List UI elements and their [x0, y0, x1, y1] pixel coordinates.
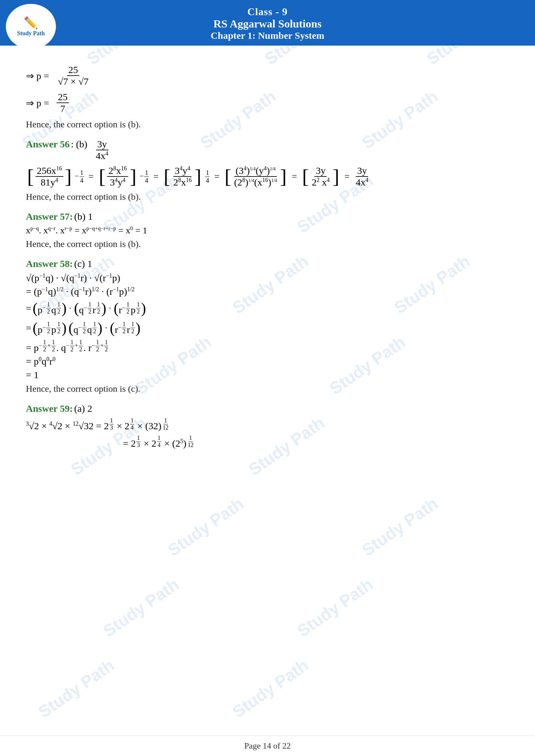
ans58-step6: = p0q0r0 [26, 356, 509, 367]
header-book: RS Aggarwal Solutions [3, 18, 532, 30]
watermark: Study Path [294, 575, 377, 641]
answer-57-option: (b) 1 [74, 211, 93, 222]
answer-59-label: Answer 59: [26, 403, 73, 414]
ans59-step2: = 213 × 214 × (25)112 [26, 435, 509, 449]
ans58-step4: = ( p−12p12 ) ( q−12q12 ) · ( r−12r12 ) [26, 319, 509, 337]
step-p-frac2: ⇒ p = 25 7 [26, 92, 509, 114]
logo: ✏️ Study Path [6, 4, 56, 49]
ans58-step7: = 1 [26, 369, 509, 380]
conclusion-56: Hence, the correct option is (b). [26, 192, 509, 202]
page-header: ✏️ Study Path Class - 9 RS Aggarwal Solu… [0, 0, 535, 45]
conclusion-55: Hence, the correct option is (b). [26, 119, 509, 130]
answer-57-section: Answer 57: (b) 1 xp−q. xq−r. xr−p = xp−q… [26, 211, 509, 249]
answer-56-equation: [ 256x16 81y4 ] −14 = [ 28x16 34y4 [26, 165, 509, 188]
answer-59-section: Answer 59: (a) 2 3√2 × 4√2 × 12√32 = 213… [26, 403, 509, 448]
answer-58-label: Answer 58: [26, 258, 73, 269]
answer-57-label: Answer 57: [26, 211, 73, 222]
answer-59-option: (a) 2 [74, 403, 92, 414]
logo-icon: ✏️ [24, 16, 38, 30]
answer-56-section: Answer 56 : (b) 3y 4x4 [ 256x16 81y4 [26, 139, 509, 202]
header-class: Class - 9 [3, 6, 532, 18]
answer-57-eq: xp−q. xq−r. xr−p = xp−q+q−r+r−p = x0 = 1 [26, 225, 509, 236]
watermark: Study Path [164, 494, 247, 560]
ans58-step2: = (p−1q)1/2 · (q−1r)1/2 · (r−1p)1/2 [26, 286, 509, 297]
conclusion-57: Hence, the correct option is (b). [26, 239, 509, 249]
watermark: Study Path [99, 575, 183, 641]
page-number: Page 14 of 22 [244, 741, 291, 750]
step-p-frac1: ⇒ p = 25 √7 × √7 [26, 64, 509, 87]
answer-56-option: : (b) [71, 139, 92, 149]
conclusion-58: Hence, the correct option is (c). [26, 384, 509, 394]
watermark: Study Path [35, 656, 118, 722]
answer-58-section: Answer 58: (c) 1 √(p−1q) · √(q−1r) · √(r… [26, 258, 509, 394]
watermark: Study Path [229, 656, 312, 722]
ans59-step1: 3√2 × 4√2 × 12√32 = 213 × 214 × (32)112 [26, 417, 509, 431]
header-chapter: Chapter 1: Number System [3, 30, 532, 41]
logo-text-study: Study Path [17, 30, 45, 37]
answer-56-label: Answer 56 [26, 139, 70, 149]
ans58-step3: = ( p−12q12 ) · ( q−12r12 ) · ( r−12p12 … [26, 300, 509, 317]
page-footer: Page 14 of 22 [0, 735, 535, 756]
ans58-step5: = p−12+12. q−12+12. r−12+12 [26, 339, 509, 353]
watermark: Study Path [358, 494, 441, 560]
answer-58-option: (c) 1 [74, 258, 92, 269]
answer-55-tail: ⇒ p = 25 √7 × √7 ⇒ p = 25 7 Hence, the c… [26, 64, 509, 130]
main-content: ⇒ p = 25 √7 × √7 ⇒ p = 25 7 Hence, the c… [0, 45, 535, 471]
ans58-step1: √(p−1q) · √(q−1r) · √(r−1p) [26, 273, 509, 284]
